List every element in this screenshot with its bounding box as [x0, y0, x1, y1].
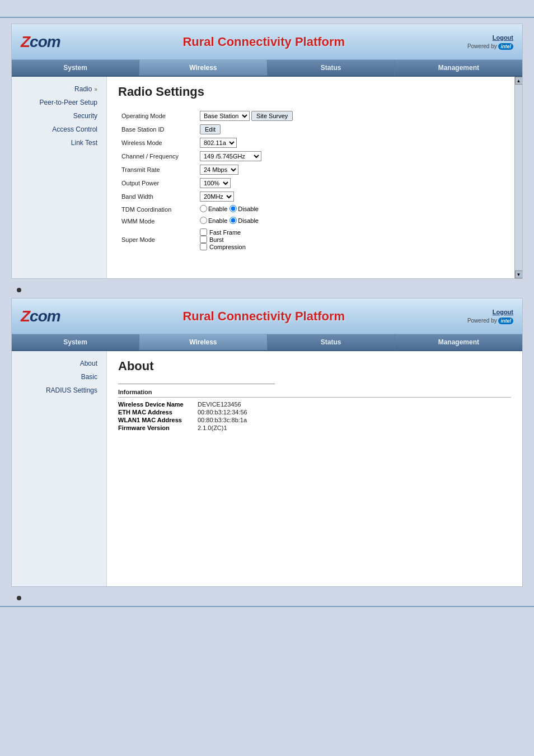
content-area-1: Radio » Peer-to-Peer Setup Security Acce… [12, 77, 522, 278]
device-name-label: Wireless Device Name [118, 401, 191, 408]
firmware-value: 2.1.0(ZC)1 [198, 424, 227, 431]
device-name-row: Wireless Device Name DEVICE123456 [118, 401, 511, 408]
output-power-select[interactable]: 100% 75% 50% [200, 178, 231, 188]
wmm-enable-radio[interactable] [200, 217, 207, 224]
band-width-label: Band Width [118, 190, 196, 203]
site-survey-button[interactable]: Site Survey [251, 111, 293, 121]
sidebar-radio-link[interactable]: Radio » [12, 82, 106, 96]
tdm-disable-radio[interactable] [229, 205, 237, 212]
nav-wireless-2[interactable]: Wireless [139, 334, 267, 350]
transmit-rate-row: Transmit Rate 24 Mbps Auto [118, 163, 503, 176]
wmm-disable-radio[interactable] [229, 217, 237, 224]
wmm-disable-label[interactable]: Disable [229, 217, 259, 224]
nav-status-1[interactable]: Status [268, 60, 395, 76]
sidebar-security[interactable]: Security [12, 109, 106, 123]
logout-link-2[interactable]: Logout [493, 309, 513, 315]
page-wrapper: Zcom Rural Connectivity Platform Logout … [0, 11, 534, 618]
wlan-mac-value: 00:80:b3:3c:8b:1a [198, 417, 247, 423]
nav-bar-1: System Wireless Status Management [12, 60, 522, 77]
scroll-up-btn-1[interactable]: ▲ [515, 77, 523, 85]
content-area-2: About Basic RADIUS Settings About Inform… [12, 351, 522, 586]
burst-checkbox[interactable] [200, 236, 207, 243]
sidebar-1: Radio » Peer-to-Peer Setup Security Acce… [12, 77, 107, 278]
nav-system-2[interactable]: System [12, 334, 139, 350]
header-right-1: Logout Powered by intel [467, 34, 513, 50]
base-station-id-label: Base Station ID [118, 123, 196, 136]
transmit-rate-select[interactable]: 24 Mbps Auto [200, 165, 238, 175]
nav-system-1[interactable]: System [12, 60, 139, 76]
about-divider [118, 384, 275, 384]
fast-frame-group: Fast Frame [200, 228, 500, 236]
wmm-enable-label[interactable]: Enable [200, 217, 227, 224]
nav-wireless-1[interactable]: Wireless [139, 60, 267, 76]
sidebar-access-control[interactable]: Access Control [12, 123, 106, 136]
sidebar-link-test[interactable]: Link Test [12, 136, 106, 150]
super-mode-label: Super Mode [118, 227, 196, 252]
firmware-label: Firmware Version [118, 424, 191, 431]
wmm-row: WMM Mode Enable Disable [118, 215, 503, 227]
panel-1-header: Zcom Rural Connectivity Platform Logout … [12, 24, 522, 60]
sidebar-basic[interactable]: Basic [12, 370, 106, 384]
operating-mode-row: Operating Mode Base Station Subscriber S… [118, 109, 503, 123]
base-station-id-row: Base Station ID Edit [118, 123, 503, 136]
bottom-line [0, 606, 534, 607]
header-title-2: Rural Connectivity Platform [69, 309, 458, 324]
edit-button[interactable]: Edit [200, 124, 221, 134]
wlan-mac-label: WLAN1 MAC Address [118, 417, 191, 423]
tdm-enable-label[interactable]: Enable [200, 205, 227, 212]
sidebar-about[interactable]: About [12, 357, 106, 370]
logout-link-1[interactable]: Logout [493, 34, 513, 41]
channel-value: 149 /5.745GHz [196, 150, 503, 163]
powered-by-1: Powered by intel [467, 43, 513, 50]
main-content-2: About Information Wireless Device Name D… [107, 351, 522, 586]
tdm-row: TDM Coordination Enable Disab [118, 203, 503, 215]
band-width-select[interactable]: 20MHz 40MHz [200, 192, 234, 202]
channel-select[interactable]: 149 /5.745GHz [200, 151, 261, 161]
radio-settings-title: Radio Settings [118, 85, 503, 102]
super-mode-value: Fast Frame Burst Compression [196, 227, 503, 252]
header-right-2: Logout Powered by intel [467, 309, 513, 324]
eth-mac-row: ETH MAC Address 00:80:b3:12:34:56 [118, 409, 511, 416]
sidebar-peer-to-peer[interactable]: Peer-to-Peer Setup [12, 96, 106, 109]
radio-settings-form: Operating Mode Base Station Subscriber S… [118, 109, 503, 252]
fast-frame-checkbox[interactable] [200, 228, 207, 236]
operating-mode-value: Base Station Subscriber Site Survey [196, 109, 503, 123]
burst-group: Burst [200, 236, 500, 243]
scroll-down-btn-1[interactable]: ▼ [515, 270, 523, 278]
logo-area-2: Zcom [21, 307, 60, 325]
info-section: Information Wireless Device Name DEVICE1… [118, 389, 511, 431]
super-mode-row: Super Mode Fast Frame Burst [118, 227, 503, 252]
main-content-1: Radio Settings Operating Mode Base Stati… [107, 77, 514, 278]
tdm-enable-radio[interactable] [200, 205, 207, 212]
nav-status-2[interactable]: Status [268, 334, 395, 350]
header-title-1: Rural Connectivity Platform [69, 35, 458, 49]
wmm-value: Enable Disable [196, 215, 503, 227]
band-width-value: 20MHz 40MHz [196, 190, 503, 203]
wireless-mode-select[interactable]: 802.11a 802.11g [200, 138, 237, 148]
transmit-rate-value: 24 Mbps Auto [196, 163, 503, 176]
nav-management-1[interactable]: Management [395, 60, 522, 76]
output-power-label: Output Power [118, 176, 196, 190]
info-title: Information [118, 389, 511, 398]
panel-2: Zcom Rural Connectivity Platform Logout … [11, 298, 523, 587]
tdm-disable-label[interactable]: Disable [229, 205, 259, 212]
intel-badge-1: intel [498, 43, 513, 50]
intel-badge-2: intel [498, 318, 513, 324]
sidebar-radius-settings[interactable]: RADIUS Settings [12, 384, 106, 397]
output-power-row: Output Power 100% 75% 50% [118, 176, 503, 190]
operating-mode-label: Operating Mode [118, 109, 196, 123]
nav-bar-2: System Wireless Status Management [12, 334, 522, 351]
logo-2: Zcom [21, 307, 60, 325]
panel-2-header: Zcom Rural Connectivity Platform Logout … [12, 298, 522, 334]
base-station-id-value: Edit [196, 123, 503, 136]
compression-label: Compression [209, 244, 246, 250]
nav-management-2[interactable]: Management [395, 334, 522, 350]
operating-mode-select[interactable]: Base Station Subscriber [200, 111, 250, 121]
sidebar-2: About Basic RADIUS Settings [12, 351, 107, 586]
eth-mac-label: ETH MAC Address [118, 409, 191, 416]
logo-1: Zcom [21, 33, 60, 51]
compression-checkbox[interactable] [200, 243, 207, 250]
fast-frame-label: Fast Frame [209, 229, 241, 236]
logo-area-1: Zcom [21, 33, 60, 51]
scroll-bar-1[interactable]: ▲ ▼ [514, 77, 522, 278]
